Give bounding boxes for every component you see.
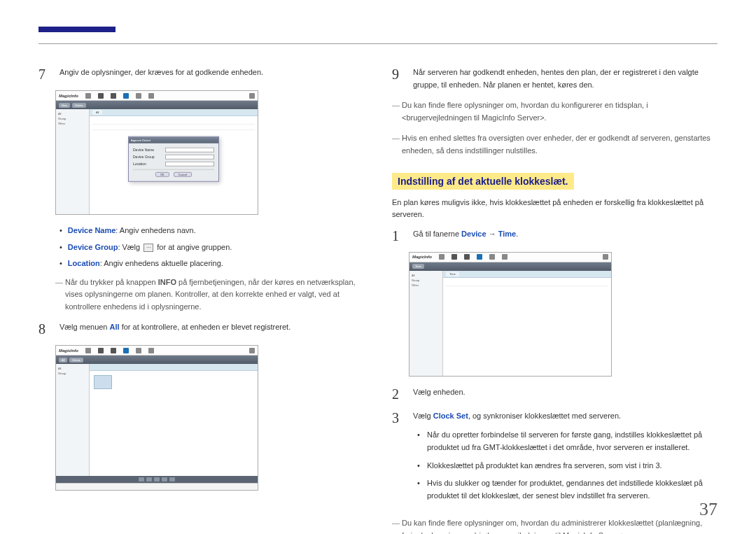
ss-body: AllGroupOther Time bbox=[410, 271, 611, 376]
note-text: Når du trykker på knappen bbox=[65, 278, 158, 286]
page-content: 7 Angiv de oplysninger, der kræves for a… bbox=[0, 0, 756, 534]
bullet-text: : Angiv enhedens aktuelle placering. bbox=[100, 259, 223, 267]
ss-header: MagicInfo bbox=[56, 346, 258, 356]
cancel-button: Cancel bbox=[174, 171, 192, 176]
page-number: 37 bbox=[699, 499, 718, 520]
step-number: 1 bbox=[392, 228, 405, 244]
info-bold: INFO bbox=[158, 278, 176, 286]
toolbar-button: All bbox=[59, 358, 67, 363]
screenshot-approve-device: MagicInfo New Delete AllGroupOther bbox=[55, 90, 258, 215]
dialog-field: Location bbox=[133, 161, 214, 166]
header-accent-bar bbox=[38, 27, 115, 32]
step-9: 9 Når serveren har godkendt enheden, hen… bbox=[392, 66, 718, 91]
field-label: Device Name bbox=[133, 148, 162, 152]
nav-icon bbox=[98, 348, 104, 353]
sub-bullet: Hvis du slukker og tænder for produktet,… bbox=[417, 477, 718, 502]
toolbar-button: New bbox=[59, 103, 70, 108]
note: Du kan finde flere oplysninger om, hvord… bbox=[392, 99, 718, 124]
field-input bbox=[165, 161, 214, 166]
ss-main: Time bbox=[443, 271, 611, 376]
nav-icon bbox=[85, 93, 91, 99]
bt-btn bbox=[169, 477, 175, 482]
dialog-title: Approve Device bbox=[129, 136, 218, 143]
bullet-text: : Vælg bbox=[118, 243, 142, 251]
thumbnail bbox=[94, 375, 112, 389]
dialog-field: Device Group bbox=[133, 154, 214, 159]
dialog-body: Device Name Device Group Location OK Can… bbox=[129, 143, 218, 181]
header-rule bbox=[38, 43, 718, 44]
ss-body: AllGroup bbox=[56, 364, 258, 476]
bt-btn bbox=[154, 477, 160, 482]
device-bold: Device bbox=[461, 230, 486, 238]
step-number: 7 bbox=[38, 66, 51, 82]
ss-sidebar: AllGroupOther bbox=[410, 271, 443, 376]
nav-icon bbox=[502, 254, 507, 260]
ss-bottom-toolbar bbox=[56, 476, 258, 483]
bullet-text: for at angive gruppen. bbox=[155, 243, 232, 251]
nav-icon bbox=[464, 254, 470, 260]
app-brand: MagicInfo bbox=[412, 255, 432, 259]
sub-bullet: Når du opretter forbindelse til serveren… bbox=[417, 429, 718, 454]
list-row bbox=[446, 281, 608, 286]
field-input bbox=[165, 147, 214, 152]
screenshot-time-tab: MagicInfo Time AllGroupOther bbox=[409, 252, 612, 377]
step-number: 2 bbox=[392, 386, 405, 402]
step-text: Vælg Clock Set, og synkroniser klokkeslæ… bbox=[413, 410, 718, 510]
dialog-buttons: OK Cancel bbox=[133, 169, 214, 176]
app-brand: MagicInfo bbox=[59, 94, 78, 98]
nav-icon bbox=[439, 254, 444, 260]
approve-dialog: Approve Device Device Name Device Group … bbox=[128, 136, 219, 181]
sub-bullets: Når du opretter forbindelse til serveren… bbox=[417, 429, 718, 502]
screenshot-device-list: MagicInfo All Delete AllGroup bbox=[55, 345, 258, 491]
text-span: . bbox=[516, 230, 518, 238]
ss-toolbar: Time bbox=[410, 262, 611, 271]
nav-icon bbox=[136, 348, 141, 353]
ss-tab: All bbox=[92, 110, 102, 115]
bullet-label: Device Group bbox=[68, 243, 118, 251]
bullet-item: Location: Angiv enhedens aktuelle placer… bbox=[59, 258, 364, 269]
ss-tabs: All bbox=[90, 109, 258, 116]
ss-tabs: Time bbox=[443, 271, 611, 278]
note: Du kan finde flere oplysninger om, hvord… bbox=[392, 517, 718, 534]
toolbar-button: Delete bbox=[69, 358, 83, 363]
ss-header: MagicInfo bbox=[56, 91, 258, 101]
arrow-span: → bbox=[486, 230, 498, 238]
nav-icon-selected bbox=[123, 93, 129, 99]
ss-sidebar: AllGroup bbox=[56, 364, 90, 476]
ss-tab: Time bbox=[446, 272, 459, 276]
nav-icon bbox=[489, 254, 495, 260]
nav-icon-selected bbox=[123, 348, 129, 353]
intro-paragraph: En plan køres muligvis ikke, hvis klokke… bbox=[392, 197, 718, 221]
nav-icon bbox=[111, 348, 116, 353]
step-1: 1 Gå til fanerne Device → Time. bbox=[392, 228, 718, 244]
nav-icon bbox=[148, 93, 154, 99]
ss-tabs bbox=[90, 364, 258, 371]
nav-icon bbox=[85, 348, 91, 353]
user-icon bbox=[603, 254, 608, 260]
nav-icon bbox=[451, 254, 457, 260]
nav-icon bbox=[136, 93, 141, 99]
text-span: Gå til fanerne bbox=[413, 230, 461, 238]
nav-icon bbox=[111, 93, 116, 99]
bt-btn bbox=[146, 477, 152, 482]
text-span: Vælg menuen bbox=[59, 323, 110, 331]
ss-header: MagicInfo bbox=[410, 253, 611, 262]
step-2: 2 Vælg enheden. bbox=[392, 386, 718, 402]
field-label: Location bbox=[133, 162, 162, 166]
toolbar-button: Delete bbox=[72, 103, 86, 108]
sub-bullet: Klokkeslættet på produktet kan ændres fr… bbox=[417, 460, 718, 472]
field-input bbox=[165, 154, 214, 159]
time-bold: Time bbox=[498, 230, 516, 238]
text-span: , og synkroniser klokkeslættet med serve… bbox=[468, 412, 621, 420]
nav-icon-selected bbox=[477, 254, 482, 260]
ss-main bbox=[90, 364, 258, 476]
step-number: 8 bbox=[38, 321, 51, 337]
ss-nav-icons bbox=[439, 254, 507, 260]
ss-sidebar: AllGroupOther bbox=[56, 109, 90, 214]
bullet-item: Device Name: Angiv enhedens navn. bbox=[59, 225, 364, 237]
step-number: 9 bbox=[392, 66, 405, 91]
field-bullets: Device Name: Angiv enhedens navn. Device… bbox=[59, 225, 364, 269]
note: Hvis en enhed slettes fra oversigten ove… bbox=[392, 132, 718, 157]
step-7: 7 Angiv de oplysninger, der kræves for a… bbox=[38, 66, 364, 82]
ss-nav-icons bbox=[85, 348, 154, 353]
